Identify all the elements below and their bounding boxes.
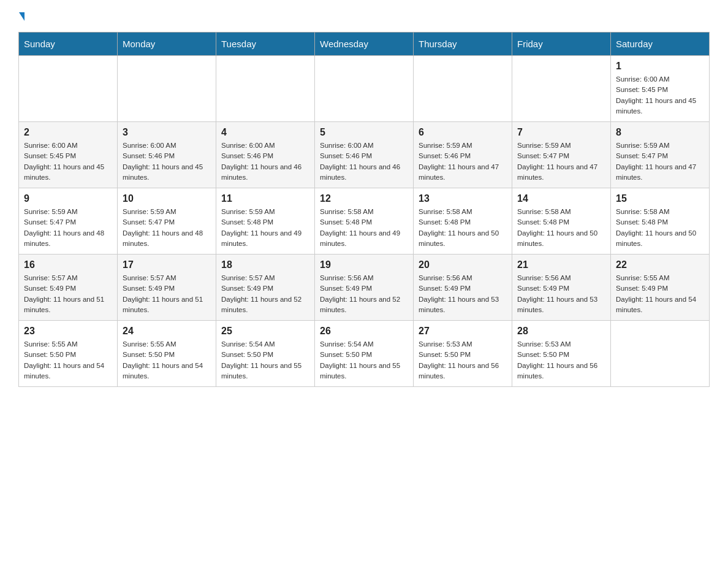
day-number: 2 xyxy=(24,127,112,138)
calendar-cell: 28Sunrise: 5:53 AM Sunset: 5:50 PM Dayli… xyxy=(512,321,611,387)
calendar-cell: 19Sunrise: 5:56 AM Sunset: 5:49 PM Dayli… xyxy=(315,255,414,321)
day-number: 23 xyxy=(24,326,112,337)
calendar-cell: 6Sunrise: 5:59 AM Sunset: 5:46 PM Daylig… xyxy=(414,122,512,188)
day-info: Sunrise: 5:55 AM Sunset: 5:50 PM Dayligh… xyxy=(123,339,211,381)
day-info: Sunrise: 5:59 AM Sunset: 5:47 PM Dayligh… xyxy=(517,140,605,183)
day-info: Sunrise: 5:58 AM Sunset: 5:48 PM Dayligh… xyxy=(616,207,704,249)
day-info: Sunrise: 5:54 AM Sunset: 5:50 PM Dayligh… xyxy=(320,339,408,381)
day-info: Sunrise: 5:57 AM Sunset: 5:49 PM Dayligh… xyxy=(221,273,309,315)
day-number: 1 xyxy=(616,61,704,72)
day-number: 3 xyxy=(123,127,211,138)
calendar-day-header: Tuesday xyxy=(216,33,315,56)
day-number: 12 xyxy=(320,193,408,204)
day-info: Sunrise: 5:59 AM Sunset: 5:47 PM Dayligh… xyxy=(24,207,112,249)
calendar-cell: 2Sunrise: 6:00 AM Sunset: 5:45 PM Daylig… xyxy=(19,122,118,188)
calendar-cell: 8Sunrise: 5:59 AM Sunset: 5:47 PM Daylig… xyxy=(611,122,710,188)
calendar-cell: 21Sunrise: 5:56 AM Sunset: 5:49 PM Dayli… xyxy=(512,255,611,321)
day-number: 27 xyxy=(419,326,507,337)
day-info: Sunrise: 5:59 AM Sunset: 5:46 PM Dayligh… xyxy=(419,140,507,183)
day-info: Sunrise: 6:00 AM Sunset: 5:46 PM Dayligh… xyxy=(123,140,211,183)
day-number: 5 xyxy=(320,127,408,138)
calendar-cell xyxy=(216,56,315,122)
calendar-cell xyxy=(19,56,118,122)
calendar-day-header: Saturday xyxy=(611,33,710,56)
page-header xyxy=(18,12,710,20)
calendar-cell: 25Sunrise: 5:54 AM Sunset: 5:50 PM Dayli… xyxy=(216,321,315,387)
day-number: 8 xyxy=(616,127,704,138)
day-info: Sunrise: 6:00 AM Sunset: 5:46 PM Dayligh… xyxy=(221,140,309,183)
calendar-day-header: Monday xyxy=(118,33,216,56)
day-number: 21 xyxy=(517,259,605,270)
day-info: Sunrise: 6:00 AM Sunset: 5:45 PM Dayligh… xyxy=(24,140,112,183)
logo xyxy=(18,12,25,20)
calendar-cell: 3Sunrise: 6:00 AM Sunset: 5:46 PM Daylig… xyxy=(118,122,216,188)
day-number: 20 xyxy=(419,259,507,270)
day-info: Sunrise: 5:58 AM Sunset: 5:48 PM Dayligh… xyxy=(419,207,507,249)
day-number: 25 xyxy=(221,326,309,337)
day-number: 16 xyxy=(24,259,112,270)
calendar-day-header: Friday xyxy=(512,33,611,56)
calendar-week-row: 2Sunrise: 6:00 AM Sunset: 5:45 PM Daylig… xyxy=(19,122,710,188)
day-info: Sunrise: 5:56 AM Sunset: 5:49 PM Dayligh… xyxy=(320,273,408,315)
calendar-cell: 7Sunrise: 5:59 AM Sunset: 5:47 PM Daylig… xyxy=(512,122,611,188)
day-info: Sunrise: 5:56 AM Sunset: 5:49 PM Dayligh… xyxy=(517,273,605,315)
calendar-header-row: SundayMondayTuesdayWednesdayThursdayFrid… xyxy=(19,33,710,56)
day-info: Sunrise: 5:53 AM Sunset: 5:50 PM Dayligh… xyxy=(419,339,507,381)
calendar-cell xyxy=(512,56,611,122)
calendar-cell: 27Sunrise: 5:53 AM Sunset: 5:50 PM Dayli… xyxy=(414,321,512,387)
calendar-cell: 10Sunrise: 5:59 AM Sunset: 5:47 PM Dayli… xyxy=(118,188,216,255)
day-number: 17 xyxy=(123,259,211,270)
day-info: Sunrise: 5:59 AM Sunset: 5:47 PM Dayligh… xyxy=(616,140,704,183)
calendar-day-header: Wednesday xyxy=(315,33,414,56)
day-number: 10 xyxy=(123,193,211,204)
day-number: 18 xyxy=(221,259,309,270)
day-info: Sunrise: 5:53 AM Sunset: 5:50 PM Dayligh… xyxy=(517,339,605,381)
calendar-day-header: Sunday xyxy=(19,33,118,56)
day-number: 7 xyxy=(517,127,605,138)
day-info: Sunrise: 5:54 AM Sunset: 5:50 PM Dayligh… xyxy=(221,339,309,381)
calendar-week-row: 16Sunrise: 5:57 AM Sunset: 5:49 PM Dayli… xyxy=(19,255,710,321)
day-info: Sunrise: 5:57 AM Sunset: 5:49 PM Dayligh… xyxy=(123,273,211,315)
day-info: Sunrise: 6:00 AM Sunset: 5:46 PM Dayligh… xyxy=(320,140,408,183)
day-info: Sunrise: 5:55 AM Sunset: 5:50 PM Dayligh… xyxy=(24,339,112,381)
day-number: 24 xyxy=(123,326,211,337)
calendar-cell: 26Sunrise: 5:54 AM Sunset: 5:50 PM Dayli… xyxy=(315,321,414,387)
logo-arrow-icon xyxy=(19,12,25,21)
calendar-cell: 11Sunrise: 5:59 AM Sunset: 5:48 PM Dayli… xyxy=(216,188,315,255)
calendar-week-row: 9Sunrise: 5:59 AM Sunset: 5:47 PM Daylig… xyxy=(19,188,710,255)
calendar-table: SundayMondayTuesdayWednesdayThursdayFrid… xyxy=(18,32,710,387)
calendar-cell: 18Sunrise: 5:57 AM Sunset: 5:49 PM Dayli… xyxy=(216,255,315,321)
calendar-cell xyxy=(118,56,216,122)
calendar-cell: 16Sunrise: 5:57 AM Sunset: 5:49 PM Dayli… xyxy=(19,255,118,321)
calendar-cell xyxy=(414,56,512,122)
calendar-week-row: 23Sunrise: 5:55 AM Sunset: 5:50 PM Dayli… xyxy=(19,321,710,387)
calendar-week-row: 1Sunrise: 6:00 AM Sunset: 5:45 PM Daylig… xyxy=(19,56,710,122)
day-number: 19 xyxy=(320,259,408,270)
calendar-cell: 23Sunrise: 5:55 AM Sunset: 5:50 PM Dayli… xyxy=(19,321,118,387)
day-info: Sunrise: 6:00 AM Sunset: 5:45 PM Dayligh… xyxy=(616,74,704,117)
calendar-day-header: Thursday xyxy=(414,33,512,56)
calendar-cell: 12Sunrise: 5:58 AM Sunset: 5:48 PM Dayli… xyxy=(315,188,414,255)
day-number: 14 xyxy=(517,193,605,204)
calendar-cell: 17Sunrise: 5:57 AM Sunset: 5:49 PM Dayli… xyxy=(118,255,216,321)
calendar-cell: 22Sunrise: 5:55 AM Sunset: 5:49 PM Dayli… xyxy=(611,255,710,321)
calendar-cell: 5Sunrise: 6:00 AM Sunset: 5:46 PM Daylig… xyxy=(315,122,414,188)
day-number: 26 xyxy=(320,326,408,337)
calendar-cell: 14Sunrise: 5:58 AM Sunset: 5:48 PM Dayli… xyxy=(512,188,611,255)
calendar-cell xyxy=(315,56,414,122)
day-number: 9 xyxy=(24,193,112,204)
day-number: 22 xyxy=(616,259,704,270)
day-info: Sunrise: 5:59 AM Sunset: 5:47 PM Dayligh… xyxy=(123,207,211,249)
calendar-cell: 20Sunrise: 5:56 AM Sunset: 5:49 PM Dayli… xyxy=(414,255,512,321)
calendar-cell: 4Sunrise: 6:00 AM Sunset: 5:46 PM Daylig… xyxy=(216,122,315,188)
day-number: 6 xyxy=(419,127,507,138)
day-info: Sunrise: 5:56 AM Sunset: 5:49 PM Dayligh… xyxy=(419,273,507,315)
day-number: 11 xyxy=(221,193,309,204)
day-info: Sunrise: 5:57 AM Sunset: 5:49 PM Dayligh… xyxy=(24,273,112,315)
day-number: 15 xyxy=(616,193,704,204)
day-info: Sunrise: 5:55 AM Sunset: 5:49 PM Dayligh… xyxy=(616,273,704,315)
day-number: 28 xyxy=(517,326,605,337)
day-number: 13 xyxy=(419,193,507,204)
calendar-cell: 9Sunrise: 5:59 AM Sunset: 5:47 PM Daylig… xyxy=(19,188,118,255)
calendar-cell: 13Sunrise: 5:58 AM Sunset: 5:48 PM Dayli… xyxy=(414,188,512,255)
